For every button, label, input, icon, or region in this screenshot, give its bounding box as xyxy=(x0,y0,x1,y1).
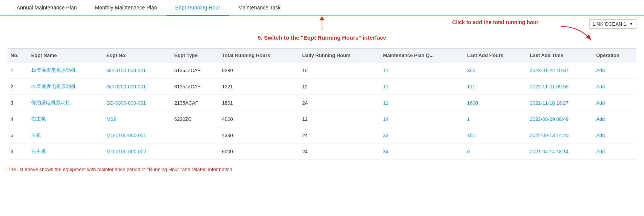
table-row: 3停泊发电机原动机GD-0300-000-0012135ACAF16012411… xyxy=(8,95,636,111)
cell-no: 2 xyxy=(8,79,28,95)
cell-eqpt-type: 6135JZCAF xyxy=(171,79,219,95)
add-button[interactable]: Add xyxy=(596,84,605,89)
cell-maintenance-plan-q[interactable]: 14 xyxy=(380,111,464,127)
cell-last-add-hours[interactable]: 1 xyxy=(464,111,527,127)
cell-operation: Add xyxy=(593,127,636,143)
cell-maintenance-plan-q[interactable]: 11 xyxy=(380,95,464,111)
col-eqpt-type: Eqpt Type xyxy=(171,49,219,62)
tab-eqpt-running-hour[interactable]: Eqpt Running Hour xyxy=(166,0,229,16)
table-row: 11#柴油发电机原动机GD-0100-000-0016135JZCAF92891… xyxy=(8,62,636,79)
cell-eqpt-name[interactable]: 1#柴油发电机原动机 xyxy=(28,62,103,79)
cell-daily-running-hours: 12 xyxy=(299,79,380,95)
cell-eqpt-no[interactable]: GD-0100-000-001 xyxy=(103,62,171,79)
add-button[interactable]: Add xyxy=(596,149,605,154)
add-button[interactable]: Add xyxy=(596,68,605,73)
chevron-down-icon: ▼ xyxy=(629,22,633,26)
col-daily-running-hours: Daily Running Hours xyxy=(299,49,380,62)
table-row: 4右主机M026230ZC4000121412022-08-29 08:49Ad… xyxy=(8,111,636,127)
cell-last-add-time[interactable]: 2023-01-22 10:37 xyxy=(527,62,593,79)
col-eqpt-no: Eqpt No. xyxy=(103,49,171,62)
table-row: 5主机MD-0100-000-001433024333502022-09-13 … xyxy=(8,127,636,143)
cell-no: 1 xyxy=(8,62,28,79)
col-maintenance-plan-q: Maintenance Plan Q... xyxy=(380,49,464,62)
cell-last-add-time[interactable]: 2021-11-18 16:27 xyxy=(527,95,593,111)
cell-eqpt-name[interactable]: 主机 xyxy=(28,127,103,143)
table-row: 6右主机MD-0100-000-0026000243402021-04-14 1… xyxy=(8,143,636,160)
col-total-running-hours: Total Running Hours xyxy=(219,49,299,62)
cell-eqpt-type xyxy=(171,127,219,143)
cell-daily-running-hours: 24 xyxy=(299,95,380,111)
cell-eqpt-type xyxy=(171,143,219,160)
annotation-click-add: Click to add the total running hour xyxy=(452,19,538,25)
cell-last-add-time[interactable]: 2021-04-14 18:14 xyxy=(527,143,593,160)
add-button[interactable]: Add xyxy=(596,116,605,122)
cell-eqpt-no[interactable]: MD-0100-000-001 xyxy=(103,127,171,143)
cell-total-running-hours: 1221 xyxy=(219,79,299,95)
cell-last-add-hours[interactable]: 350 xyxy=(464,127,527,143)
cell-operation: Add xyxy=(593,111,636,127)
tab-annual[interactable]: Annual Maintenance Plan xyxy=(8,0,86,16)
cell-no: 3 xyxy=(8,95,28,111)
cell-eqpt-type: 6135JZCAF xyxy=(171,62,219,79)
col-eqpt-name: Eqpt Name xyxy=(28,49,103,62)
cell-total-running-hours: 9289 xyxy=(219,62,299,79)
tab-bar: Annual Maintenance Plan Monthly Maintena… xyxy=(0,0,644,16)
tab-monthly[interactable]: Monthly Maintenance Plan xyxy=(86,0,166,16)
cell-last-add-hours[interactable]: 0 xyxy=(464,143,527,160)
cell-operation: Add xyxy=(593,79,636,95)
table-row: 22#柴油发电机原动机GD-0200-000-0016135JZCAF12211… xyxy=(8,79,636,95)
cell-no: 6 xyxy=(8,143,28,160)
vessel-dropdown-value: LINK OCEAN 1 xyxy=(593,21,627,27)
tab-maintenance-task[interactable]: Maintenance Task xyxy=(229,0,290,16)
footer-note: The list above shows the equipment with … xyxy=(0,160,644,176)
cell-last-add-hours[interactable]: 1600 xyxy=(464,95,527,111)
cell-eqpt-name[interactable]: 右主机 xyxy=(28,111,103,127)
cell-last-add-time[interactable]: 2022-09-13 14:25 xyxy=(527,127,593,143)
cell-operation: Add xyxy=(593,143,636,160)
annotation-area: 5. Switch to the "Eqpt Running Hours" in… xyxy=(0,16,644,48)
cell-eqpt-no[interactable]: MD-0100-000-002 xyxy=(103,143,171,160)
cell-maintenance-plan-q[interactable]: 34 xyxy=(380,143,464,160)
cell-total-running-hours: 6000 xyxy=(219,143,299,160)
cell-maintenance-plan-q[interactable]: 33 xyxy=(380,127,464,143)
cell-eqpt-type: 6230ZC xyxy=(171,111,219,127)
col-last-add-hours: Last Add Hours xyxy=(464,49,527,62)
cell-operation: Add xyxy=(593,95,636,111)
cell-total-running-hours: 4000 xyxy=(219,111,299,127)
cell-eqpt-no[interactable]: GD-0200-000-001 xyxy=(103,79,171,95)
cell-no: 4 xyxy=(8,111,28,127)
cell-no: 5 xyxy=(8,127,28,143)
cell-last-add-hours[interactable]: 111 xyxy=(464,79,527,95)
cell-daily-running-hours: 10 xyxy=(299,62,380,79)
cell-eqpt-no[interactable]: M02 xyxy=(103,111,171,127)
cell-last-add-time[interactable]: 2022-11-01 09:55 xyxy=(527,79,593,95)
table-header-row: No. Eqpt Name Eqpt No. Eqpt Type Total R… xyxy=(8,49,636,62)
col-last-add-time: Last Add Time xyxy=(527,49,593,62)
cell-daily-running-hours: 12 xyxy=(299,111,380,127)
cell-last-add-time[interactable]: 2022-08-29 08:49 xyxy=(527,111,593,127)
cell-operation: Add xyxy=(593,62,636,79)
cell-daily-running-hours: 24 xyxy=(299,143,380,160)
cell-maintenance-plan-q[interactable]: 11 xyxy=(380,79,464,95)
col-no: No. xyxy=(8,49,28,62)
cell-total-running-hours: 1601 xyxy=(219,95,299,111)
cell-eqpt-name[interactable]: 右主机 xyxy=(28,143,103,160)
equipment-table: No. Eqpt Name Eqpt No. Eqpt Type Total R… xyxy=(8,48,636,160)
cell-eqpt-no[interactable]: GD-0300-000-001 xyxy=(103,95,171,111)
vessel-dropdown[interactable]: LINK OCEAN 1 ▼ xyxy=(589,19,637,29)
cell-total-running-hours: 4330 xyxy=(219,127,299,143)
col-operation: Operation xyxy=(593,49,636,62)
table-wrapper: No. Eqpt Name Eqpt No. Eqpt Type Total R… xyxy=(0,48,644,160)
cell-eqpt-name[interactable]: 停泊发电机原动机 xyxy=(28,95,103,111)
cell-eqpt-type: 2135ACAF xyxy=(171,95,219,111)
add-button[interactable]: Add xyxy=(596,133,605,138)
cell-last-add-hours[interactable]: 300 xyxy=(464,62,527,79)
cell-daily-running-hours: 24 xyxy=(299,127,380,143)
cell-maintenance-plan-q[interactable]: 11 xyxy=(380,62,464,79)
cell-eqpt-name[interactable]: 2#柴油发电机原动机 xyxy=(28,79,103,95)
add-button[interactable]: Add xyxy=(596,100,605,106)
